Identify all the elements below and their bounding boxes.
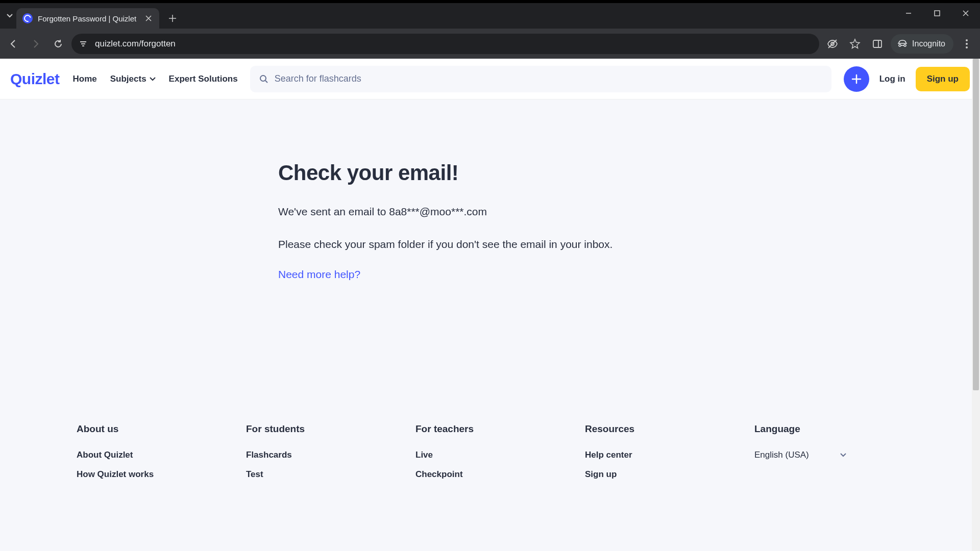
svg-rect-2	[873, 40, 881, 47]
tab-search-dropdown[interactable]	[4, 10, 15, 21]
browser-tab[interactable]: Forgotten Password | Quizlet	[16, 8, 159, 29]
footer-col-resources: Resources Help center Sign up	[585, 423, 734, 489]
bookmark-star-icon[interactable]	[846, 35, 864, 53]
primary-nav: Home Subjects Expert Solutions	[73, 74, 238, 84]
incognito-icon	[897, 39, 908, 48]
svg-rect-0	[935, 11, 940, 16]
browser-menu-icon[interactable]	[958, 35, 976, 53]
search-input[interactable]	[275, 73, 822, 84]
footer-link-flashcards[interactable]: Flashcards	[246, 450, 395, 460]
footer-heading-students: For students	[246, 423, 395, 435]
footer-link-live[interactable]: Live	[415, 450, 565, 460]
footer-link-signup[interactable]: Sign up	[585, 469, 734, 480]
footer-heading-language: Language	[754, 423, 903, 435]
footer-col-language: Language English (USA)	[754, 423, 903, 489]
need-help-link[interactable]: Need more help?	[278, 268, 360, 280]
svg-point-4	[966, 39, 968, 41]
side-panel-icon[interactable]	[868, 35, 887, 53]
address-bar: quizlet.com/forgotten Incognito	[0, 29, 980, 59]
scrollbar-thumb[interactable]	[973, 59, 979, 390]
footer-heading-teachers: For teachers	[415, 423, 565, 435]
footer-col-teachers: For teachers Live Checkpoint	[415, 423, 565, 489]
svg-point-5	[966, 43, 968, 45]
close-tab-icon[interactable]	[144, 14, 153, 23]
plus-icon	[851, 74, 862, 84]
create-button[interactable]	[844, 66, 869, 92]
svg-point-6	[966, 46, 968, 48]
nav-home[interactable]: Home	[73, 74, 97, 84]
eye-off-icon[interactable]	[823, 35, 842, 53]
nav-subjects[interactable]: Subjects	[110, 74, 156, 84]
search-icon	[259, 74, 268, 84]
footer-link-about-quizlet[interactable]: About Quizlet	[77, 450, 226, 460]
login-button[interactable]: Log in	[879, 74, 905, 84]
page-title: Check your email!	[278, 161, 738, 185]
footer-link-how-works[interactable]: How Quizlet works	[77, 469, 226, 480]
nav-subjects-label: Subjects	[110, 74, 146, 84]
incognito-badge[interactable]: Incognito	[891, 34, 953, 54]
site-footer: About us About Quizlet How Quizlet works…	[0, 281, 980, 509]
footer-link-checkpoint[interactable]: Checkpoint	[415, 469, 565, 480]
close-window-button[interactable]	[951, 3, 980, 23]
footer-col-about: About us About Quizlet How Quizlet works	[77, 423, 226, 489]
svg-point-7	[260, 76, 266, 81]
signup-button[interactable]: Sign up	[916, 67, 970, 91]
email-sent-text: We've sent an email to 8a8***@moo***.com	[278, 204, 738, 220]
page-viewport: Quizlet Home Subjects Expert Solutions L…	[0, 59, 980, 551]
footer-heading-about: About us	[77, 423, 226, 435]
url-bar[interactable]: quizlet.com/forgotten	[71, 34, 819, 54]
language-selector[interactable]: English (USA)	[754, 450, 846, 460]
maximize-button[interactable]	[923, 3, 951, 23]
scrollbar-track[interactable]	[972, 59, 980, 551]
site-header: Quizlet Home Subjects Expert Solutions L…	[0, 59, 980, 99]
window-controls	[894, 3, 980, 23]
forward-button[interactable]	[27, 35, 45, 53]
reload-button[interactable]	[49, 35, 67, 53]
new-tab-button[interactable]	[164, 10, 181, 27]
quizlet-logo[interactable]: Quizlet	[10, 70, 60, 88]
back-button[interactable]	[4, 35, 22, 53]
footer-col-students: For students Flashcards Test	[246, 423, 395, 489]
url-text: quizlet.com/forgotten	[95, 39, 812, 49]
language-selected: English (USA)	[754, 450, 809, 460]
nav-expert-solutions[interactable]: Expert Solutions	[169, 74, 238, 84]
minimize-button[interactable]	[894, 3, 923, 23]
footer-heading-resources: Resources	[585, 423, 734, 435]
footer-link-help-center[interactable]: Help center	[585, 450, 734, 460]
chevron-down-icon	[840, 453, 846, 457]
footer-link-test[interactable]: Test	[246, 469, 395, 480]
svg-line-8	[265, 81, 267, 83]
tab-title: Forgotten Password | Quizlet	[38, 14, 140, 23]
browser-chrome: Forgotten Password | Quizlet	[0, 0, 980, 59]
chevron-down-icon	[150, 77, 156, 81]
content-block: Check your email! We've sent an email to…	[278, 161, 738, 281]
search-box[interactable]	[250, 66, 831, 92]
quizlet-favicon	[22, 13, 33, 23]
tab-bar: Forgotten Password | Quizlet	[0, 3, 980, 29]
incognito-label: Incognito	[912, 39, 945, 48]
spam-folder-text: Please check your spam folder if you don…	[278, 236, 738, 253]
site-settings-icon[interactable]	[79, 39, 88, 48]
main-content: Check your email! We've sent an email to…	[0, 99, 980, 281]
